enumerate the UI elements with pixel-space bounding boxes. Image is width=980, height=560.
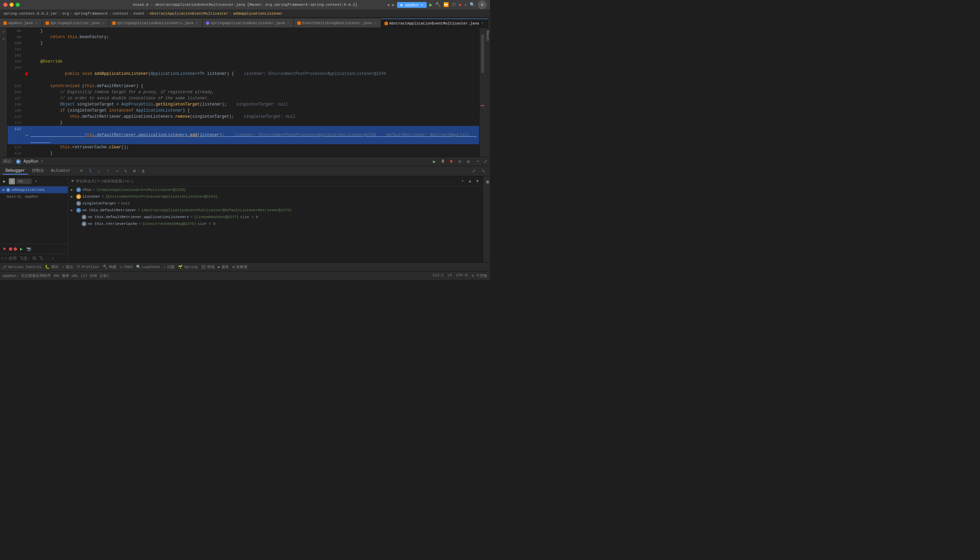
expand-all-btn[interactable]: ⤢: [470, 167, 478, 175]
tab-springapplication[interactable]: SpringApplication.java ×: [42, 19, 109, 28]
list-view-btn[interactable]: ≣: [139, 167, 147, 175]
stop-icon[interactable]: ■: [459, 2, 462, 7]
todo-btn[interactable]: ☑ TODO: [120, 265, 132, 269]
nav-forward-icon[interactable]: ▶: [392, 2, 394, 7]
breadcrumb-item-4[interactable]: context: [113, 12, 128, 16]
camera-btn[interactable]: 📷: [26, 246, 32, 252]
breadcrumb-item-7[interactable]: addApplicationListener: [233, 12, 282, 16]
expand-debug-btn[interactable]: ⤢: [483, 159, 487, 164]
watch-input[interactable]: 评估表达式(⌥⏎)或添加监视(⌥κ⇧): [76, 179, 458, 183]
var-item-this[interactable]: ▶ ≡ this = {SimpleApplicationEventMultic…: [68, 187, 483, 193]
collapse-all-btn[interactable]: ⤡: [479, 167, 487, 175]
gutter-icon-2[interactable]: ⚙: [1, 36, 7, 42]
breadcrumb-item-5[interactable]: event: [133, 12, 145, 16]
step-out-btn[interactable]: ↑: [104, 167, 112, 175]
tab-close-multicaster[interactable]: ×: [480, 22, 485, 25]
minimize-button[interactable]: [10, 3, 13, 7]
watch-scroll-dn-btn[interactable]: ▼: [474, 178, 481, 185]
breakpoint-stop-btn[interactable]: ■: [2, 246, 7, 252]
tab-springrunlisteners[interactable]: SpringApplicationRunListeners.java ×: [109, 19, 202, 28]
user-avatar[interactable]: U: [478, 0, 487, 9]
var-item-retrievercache[interactable]: ≡ ∞o this.retrieverCache = {ConcurrentHa…: [68, 220, 483, 227]
watch-scroll-up-btn[interactable]: ▲: [467, 178, 473, 185]
tab-close-springapp[interactable]: ×: [101, 21, 105, 25]
dependencies-btn[interactable]: ⊞ 依赖项: [232, 264, 247, 270]
status-encoding[interactable]: UTF-8: [456, 273, 468, 278]
luacheck-btn[interactable]: 🔍 LuaCheck: [136, 265, 160, 269]
maven-panel-tab[interactable]: Maven: [485, 28, 490, 157]
tabs-more-button[interactable]: ⋯: [488, 22, 490, 28]
tab-abstractmulticaster[interactable]: AbstractApplicationEventMulticaster.java…: [381, 19, 488, 28]
nav-back-icon[interactable]: ◀: [387, 2, 389, 7]
breadcrumb-item-6[interactable]: AbstractApplicationEventMulticaster: [150, 12, 228, 16]
frame-more-btn[interactable]: ▾: [33, 178, 39, 184]
var-item-singleton[interactable]: ▶ ≡ singletonTarget = null: [68, 200, 483, 207]
console-tab[interactable]: 控制台: [29, 167, 47, 175]
step-over-btn[interactable]: ⤵: [86, 167, 94, 175]
resume-btn[interactable]: ▶: [430, 158, 438, 165]
frame-tool-3[interactable]: 使用 飞涨↑ 和 飞...: [8, 255, 50, 261]
frame-item-1[interactable]: main:9, AppRun: [0, 193, 68, 200]
breakpoint-104[interactable]: [25, 72, 28, 75]
tab-close-runlistener[interactable]: ×: [286, 21, 290, 25]
breadcrumb-item-3[interactable]: springframework: [74, 12, 108, 16]
stop-debug-btn[interactable]: ■: [447, 158, 455, 165]
status-lf[interactable]: LF: [448, 273, 452, 278]
actuator-tab[interactable]: Actuator: [48, 168, 73, 175]
debug-run-icon[interactable]: ⏩: [443, 2, 449, 7]
tab-runlistener[interactable]: SpringApplicationRunListener.java ×: [202, 19, 294, 28]
status-position[interactable]: 112:1: [432, 273, 444, 278]
frame-close-btn[interactable]: ×: [52, 257, 54, 261]
frame-filter-btn[interactable]: ✓: [9, 178, 15, 184]
run-to-cursor-btn[interactable]: ⤏: [113, 167, 121, 175]
close-button[interactable]: [3, 3, 7, 7]
frame-tool-1[interactable]: <: [2, 257, 4, 261]
spring-btn[interactable]: 🌱 Spring: [178, 265, 198, 269]
gutter-icon-1[interactable]: ≡: [1, 29, 7, 35]
profiler-btn[interactable]: ⏱ Profiler: [77, 265, 100, 269]
var-item-applisteners[interactable]: ≡ ∞o this.defaultRetriever.applicationLi…: [68, 214, 483, 220]
tab-close-apprun[interactable]: ×: [34, 21, 38, 25]
status-indent[interactable]: 4 个空格: [472, 273, 487, 278]
watch-add-btn[interactable]: +: [459, 178, 466, 185]
frame-resume-btn[interactable]: ▶: [2, 178, 7, 184]
grid-view-btn[interactable]: ⊞: [130, 167, 138, 175]
version-control-btn[interactable]: ⎇ Version Control: [2, 265, 42, 269]
search-icon[interactable]: 🔍: [470, 2, 475, 7]
frame-filter-label[interactable]: ma...: [16, 178, 32, 184]
apprun-button[interactable]: ▶ AppRun ▾: [397, 2, 427, 8]
frame-item-0[interactable]: ▶ ⊙ addApplicationL: [0, 187, 68, 193]
terminal-btn[interactable]: ⬛ 终端: [201, 264, 215, 270]
debug-close-btn[interactable]: ×: [41, 160, 43, 163]
maximize-button[interactable]: [16, 3, 20, 7]
services-btn[interactable]: ▶ 服务: [218, 264, 229, 270]
tab-apprun[interactable]: AppRun.java ×: [0, 19, 42, 28]
step-into-btn[interactable]: ↓: [95, 167, 103, 175]
tab-eventpublishing[interactable]: EventPublishingRunListener.java ×: [294, 19, 381, 28]
debug-minimize-btn[interactable]: −: [476, 158, 480, 165]
build-icon[interactable]: 🔨: [435, 2, 441, 7]
tab-close-eventpublishing[interactable]: ×: [373, 21, 377, 25]
debug-btn[interactable]: 🐛 调试: [45, 264, 58, 270]
translate-icon[interactable]: 𝐴: [464, 2, 467, 7]
continue-btn[interactable]: ▶: [18, 246, 25, 252]
breadcrumb-item-1[interactable]: spring-context-6.0.2.jar: [3, 12, 57, 16]
scroll-thumb[interactable]: [481, 34, 484, 73]
frame-tool-2[interactable]: >: [5, 257, 7, 261]
run-button[interactable]: ▶: [430, 2, 433, 8]
evaluate-btn[interactable]: ✎: [122, 167, 130, 175]
bookmarks-panel-tab[interactable]: 书签: [483, 176, 490, 263]
endpoints-btn[interactable]: ⚡ 端点: [62, 264, 73, 270]
breadcrumb-item-2[interactable]: org: [62, 12, 69, 16]
tab-close-runlisteners[interactable]: ×: [195, 21, 199, 25]
show-all-frames-btn[interactable]: ≡: [77, 167, 85, 175]
var-item-defaultretriever[interactable]: ▶ ≡ ∞o this.defaultRetriever = {Abstract…: [68, 207, 483, 214]
problems-btn[interactable]: ⚠ 问题: [163, 264, 175, 270]
build-btn[interactable]: 🔨 构建: [103, 264, 117, 270]
mute-btn[interactable]: ⊘: [456, 158, 463, 165]
var-item-listener[interactable]: ▶ ● listener = {EnvironmentPostProcessor…: [68, 193, 483, 200]
pause-btn[interactable]: ⏸: [439, 158, 447, 165]
debugger-tab[interactable]: Debugger: [3, 168, 28, 175]
settings-debug-btn[interactable]: ⚙: [465, 158, 472, 165]
coverage-icon[interactable]: ⏱: [452, 2, 456, 7]
